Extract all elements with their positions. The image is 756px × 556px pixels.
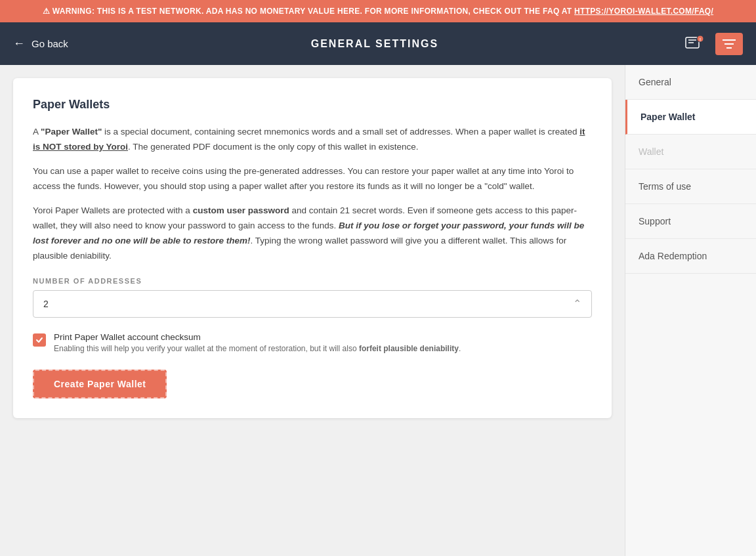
p1-middle: is a special document, containing secret… xyxy=(102,127,579,137)
warning-link[interactable]: HTTPS://YOROI-WALLET.COM/FAQ/ xyxy=(574,7,713,16)
paper-wallets-card: Paper Wallets A "Paper Wallet" is a spec… xyxy=(13,78,612,418)
notification-icon: ! xyxy=(684,35,705,53)
hint-after: . xyxy=(459,344,461,353)
sidebar-support-label: Support xyxy=(639,216,671,226)
sidebar-item-ada-redemption[interactable]: Ada Redemption xyxy=(625,239,756,274)
sidebar-wallet-label: Wallet xyxy=(639,146,663,157)
svg-text:!: ! xyxy=(700,37,701,42)
p3-custom: custom user password xyxy=(193,205,289,215)
back-arrow-icon: ← xyxy=(13,37,25,51)
checkmark-icon xyxy=(35,336,43,344)
addresses-input-wrapper: ⌃ xyxy=(33,290,592,318)
go-back-button[interactable]: ← Go back xyxy=(13,37,68,51)
addresses-input[interactable] xyxy=(43,299,573,309)
card-title: Paper Wallets xyxy=(33,98,592,112)
sidebar-item-paper-wallet[interactable]: Paper Wallet xyxy=(625,100,756,135)
checkbox-text-group: Print Paper Wallet account checksum Enab… xyxy=(54,332,461,353)
sidebar-terms-label: Terms of use xyxy=(639,181,691,192)
sidebar-paper-wallet-label: Paper Wallet xyxy=(640,112,696,122)
filter-icon-button[interactable] xyxy=(715,33,743,55)
checkbox-label: Print Paper Wallet account checksum xyxy=(54,332,461,342)
hint-before: Enabling this will help you verify your … xyxy=(54,344,359,353)
p1-bold: "Paper Wallet" xyxy=(41,127,102,137)
addresses-field-label: NUMBER OF ADDRESSES xyxy=(33,277,592,285)
sidebar-ada-redemption-label: Ada Redemption xyxy=(639,251,707,261)
checksum-checkbox[interactable] xyxy=(33,333,46,347)
warning-text: ⚠ WARNING: THIS IS A TEST NETWORK. ADA H… xyxy=(43,7,574,16)
create-paper-wallet-button[interactable]: Create Paper Wallet xyxy=(33,370,167,398)
filter-icon xyxy=(722,38,736,50)
checkbox-hint: Enabling this will help you verify your … xyxy=(54,344,461,353)
hint-bold: forfeit plausible deniability xyxy=(359,344,459,353)
sidebar-general-label: General xyxy=(639,77,671,87)
header: ← Go back GENERAL SETTINGS ! xyxy=(0,22,756,65)
header-actions: ! xyxy=(681,32,743,56)
main-layout: Paper Wallets A "Paper Wallet" is a spec… xyxy=(0,65,756,556)
p1-after: . The generated PDF document is the only… xyxy=(128,142,419,152)
p1-before: A xyxy=(33,127,41,137)
content-area: Paper Wallets A "Paper Wallet" is a spec… xyxy=(0,65,625,556)
checksum-checkbox-row: Print Paper Wallet account checksum Enab… xyxy=(33,332,592,353)
go-back-label: Go back xyxy=(32,38,68,49)
sidebar-item-general[interactable]: General xyxy=(625,65,756,100)
paragraph-3: Yoroi Paper Wallets are protected with a… xyxy=(33,203,592,264)
settings-sidebar: General Paper Wallet Wallet Terms of use… xyxy=(625,65,756,556)
notification-icon-button[interactable]: ! xyxy=(681,32,709,56)
p3-before: Yoroi Paper Wallets are protected with a xyxy=(33,205,193,215)
chevron-up-icon[interactable]: ⌃ xyxy=(573,299,581,309)
sidebar-item-wallet: Wallet xyxy=(625,135,756,169)
page-title: GENERAL SETTINGS xyxy=(311,38,438,50)
sidebar-item-terms-of-use[interactable]: Terms of use xyxy=(625,169,756,204)
paragraph-2: You can use a paper wallet to receive co… xyxy=(33,164,592,194)
warning-banner: ⚠ WARNING: THIS IS A TEST NETWORK. ADA H… xyxy=(0,0,756,22)
paragraph-1: A "Paper Wallet" is a special document, … xyxy=(33,125,592,155)
sidebar-item-support[interactable]: Support xyxy=(625,204,756,239)
